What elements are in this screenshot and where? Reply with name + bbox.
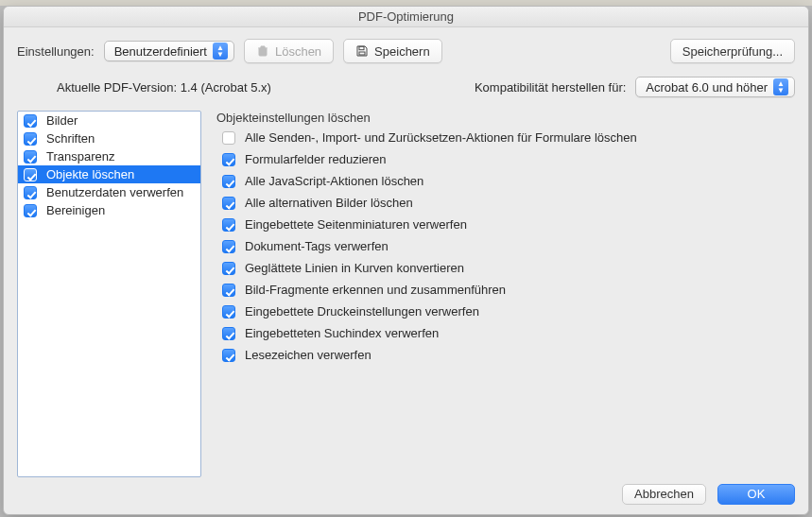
- sidebar-item[interactable]: Bereinigen: [18, 201, 200, 219]
- option-checkbox[interactable]: [222, 175, 235, 188]
- save-preset-button[interactable]: Speichern: [343, 39, 442, 63]
- dialog-content: Einstellungen: Benutzerdefiniert ▲▼ Lösc…: [4, 27, 808, 514]
- settings-popup-value: Benutzerdefiniert: [114, 44, 207, 59]
- compat-popup-value: Acrobat 6.0 und höher: [646, 80, 768, 95]
- option-checkbox[interactable]: [222, 240, 235, 253]
- option-row[interactable]: Formularfelder reduzieren: [216, 152, 795, 166]
- option-label: Dokument-Tags verwerfen: [245, 239, 389, 253]
- delete-preset-label: Löschen: [275, 44, 321, 59]
- category-checkbox[interactable]: [24, 132, 37, 146]
- dialog-footer: Abbrechen OK: [622, 484, 795, 505]
- svg-rect-1: [359, 46, 364, 50]
- save-preset-label: Speichern: [374, 44, 430, 59]
- sidebar-item-label: Transparenz: [46, 147, 115, 165]
- option-row[interactable]: Eingebetteten Suchindex verwerfen: [216, 326, 795, 340]
- option-checkbox[interactable]: [222, 327, 235, 340]
- option-row[interactable]: Dokument-Tags verwerfen: [216, 239, 795, 253]
- cancel-label: Abbrechen: [634, 487, 694, 501]
- option-row[interactable]: Eingebettete Druckeinstellungen verwerfe…: [216, 304, 795, 319]
- floppy-icon: [355, 44, 369, 58]
- option-label: Eingebettete Seitenminiaturen verwerfen: [245, 217, 467, 232]
- sidebar-item[interactable]: Objekte löschen: [18, 165, 200, 183]
- ok-button[interactable]: OK: [717, 484, 795, 505]
- sidebar-item-label: Objekte löschen: [46, 165, 134, 183]
- option-checkbox[interactable]: [222, 349, 235, 362]
- options-heading: Objekteinstellungen löschen: [216, 111, 795, 125]
- toolbar-row: Einstellungen: Benutzerdefiniert ▲▼ Lösc…: [17, 39, 795, 63]
- main-columns: BilderSchriftenTransparenzObjekte lösche…: [17, 111, 795, 477]
- sidebar-item-label: Bilder: [46, 112, 78, 129]
- compat-popup[interactable]: Acrobat 6.0 und höher ▲▼: [635, 77, 795, 97]
- option-checkbox[interactable]: [222, 153, 235, 166]
- option-row[interactable]: Bild-Fragmente erkennen und zusammenführ…: [216, 283, 795, 297]
- version-row: Aktuelle PDF-Version: 1.4 (Acrobat 5.x) …: [17, 77, 795, 97]
- window-title-text: PDF-Optimierung: [358, 9, 454, 24]
- option-label: Formularfelder reduzieren: [245, 152, 387, 166]
- category-checkbox[interactable]: [24, 114, 37, 128]
- category-checkbox[interactable]: [24, 168, 37, 181]
- option-row[interactable]: Lesezeichen verwerfen: [216, 348, 795, 362]
- option-checkbox[interactable]: [222, 284, 235, 297]
- option-label: Eingebettete Druckeinstellungen verwerfe…: [245, 304, 479, 319]
- option-label: Alle Senden-, Import- und Zurücksetzen-A…: [245, 130, 637, 145]
- option-checkbox[interactable]: [222, 218, 235, 232]
- sidebar-item[interactable]: Benutzerdaten verwerfen: [18, 183, 200, 201]
- dialog-sheet: PDF-Optimierung Einstellungen: Benutzerd…: [3, 6, 809, 515]
- trash-icon: [256, 44, 269, 58]
- category-checkbox[interactable]: [24, 150, 37, 164]
- window-title: PDF-Optimierung: [4, 7, 808, 27]
- svg-rect-2: [359, 52, 365, 55]
- chevron-updown-icon: ▲▼: [773, 78, 788, 95]
- sidebar-item[interactable]: Schriften: [18, 129, 200, 147]
- compat-label: Kompatibilität herstellen für:: [475, 80, 626, 95]
- option-label: Alle alternativen Bilder löschen: [245, 196, 413, 210]
- options-panel: Objekteinstellungen löschen Alle Senden-…: [216, 111, 795, 477]
- option-label: Lesezeichen verwerfen: [245, 348, 371, 362]
- cancel-button[interactable]: Abbrechen: [622, 484, 706, 505]
- option-label: Alle JavaScript-Aktionen löschen: [245, 174, 423, 188]
- option-checkbox[interactable]: [222, 131, 235, 145]
- ok-label: OK: [748, 487, 766, 501]
- sidebar-item-label: Bereinigen: [46, 201, 105, 219]
- option-label: Geglättete Linien in Kurven konvertieren: [245, 261, 464, 275]
- option-checkbox[interactable]: [222, 197, 235, 210]
- option-checkbox[interactable]: [222, 262, 235, 275]
- option-row[interactable]: Eingebettete Seitenminiaturen verwerfen: [216, 217, 795, 232]
- settings-popup[interactable]: Benutzerdefiniert ▲▼: [104, 41, 234, 61]
- option-label: Bild-Fragmente erkennen und zusammenführ…: [245, 283, 506, 297]
- category-list[interactable]: BilderSchriftenTransparenzObjekte lösche…: [17, 111, 201, 477]
- option-row[interactable]: Alle alternativen Bilder löschen: [216, 196, 795, 210]
- category-checkbox[interactable]: [24, 204, 37, 217]
- option-checkbox[interactable]: [222, 305, 235, 319]
- sidebar-item[interactable]: Transparenz: [18, 147, 200, 165]
- delete-preset-button: Löschen: [244, 39, 334, 63]
- category-checkbox[interactable]: [24, 186, 37, 199]
- option-row[interactable]: Alle JavaScript-Aktionen löschen: [216, 174, 795, 188]
- audit-space-label: Speicherprüfung...: [682, 44, 783, 59]
- sidebar-item-label: Schriften: [46, 129, 95, 147]
- audit-space-button[interactable]: Speicherprüfung...: [670, 39, 795, 63]
- compat-group: Kompatibilität herstellen für: Acrobat 6…: [475, 77, 795, 97]
- option-label: Eingebetteten Suchindex verwerfen: [245, 326, 439, 340]
- sidebar-item[interactable]: Bilder: [18, 112, 200, 129]
- options-list: Alle Senden-, Import- und Zurücksetzen-A…: [216, 130, 795, 362]
- settings-label: Einstellungen:: [17, 44, 95, 59]
- sidebar-item-label: Benutzerdaten verwerfen: [46, 183, 183, 201]
- current-version-label: Aktuelle PDF-Version: 1.4 (Acrobat 5.x): [57, 80, 271, 95]
- option-row[interactable]: Alle Senden-, Import- und Zurücksetzen-A…: [216, 130, 795, 145]
- chevron-updown-icon: ▲▼: [213, 43, 228, 60]
- option-row[interactable]: Geglättete Linien in Kurven konvertieren: [216, 261, 795, 275]
